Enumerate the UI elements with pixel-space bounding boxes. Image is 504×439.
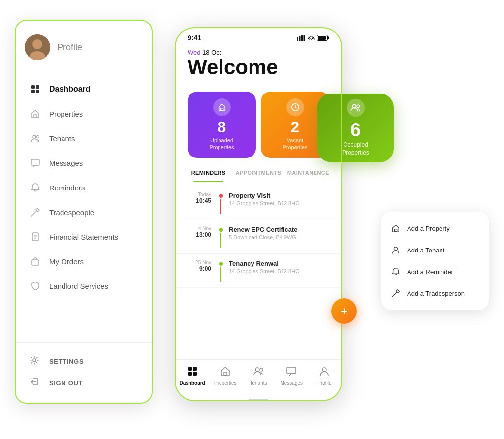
- grid-icon: [30, 83, 41, 95]
- svg-rect-17: [304, 35, 305, 41]
- tabs-row: REMINDERS APPOINTMENTS MAINTANENCE: [176, 164, 341, 182]
- sidebar-item-tradespeople[interactable]: Tradespeople: [20, 200, 148, 224]
- svg-rect-26: [193, 372, 197, 376]
- bottom-nav-tenants[interactable]: Tenants: [242, 364, 275, 388]
- reminders-list: Today 10:45 Property Visit 14 Groggles S…: [176, 182, 341, 359]
- settings-item[interactable]: SETTINGS: [20, 350, 148, 372]
- welcome-section: Wed 18 Oct Welcome: [176, 45, 341, 86]
- sidebar-profile[interactable]: Profile: [15, 34, 153, 72]
- svg-point-29: [260, 368, 263, 371]
- bottom-nav-label: Dashboard: [179, 380, 205, 386]
- reminder-item[interactable]: Today 10:45 Property Visit 14 Groggles S…: [176, 186, 341, 220]
- svg-point-35: [394, 247, 397, 251]
- reminder-date: 4 Nov: [186, 226, 211, 231]
- sidebar-item-financial[interactable]: Financial Statements: [20, 225, 148, 249]
- sidebar-item-label: My Orders: [49, 257, 84, 266]
- svg-rect-34: [394, 229, 397, 232]
- sidebar-item-properties[interactable]: Properties: [20, 102, 148, 125]
- bottom-nav: Dashboard Properties Tenants Messages Pr…: [176, 359, 341, 396]
- tab-appointments[interactable]: APPOINTMENTS: [233, 164, 283, 182]
- svg-rect-4: [36, 85, 39, 89]
- reminder-title: Renew EPC Certificate: [229, 226, 297, 233]
- exit-icon: [30, 377, 41, 389]
- stat-card-uploaded[interactable]: 8 UploadedProperties: [188, 92, 256, 158]
- vacant-label: VacantProperties: [283, 137, 307, 151]
- status-icons: [297, 35, 329, 41]
- reminder-title: Tenancy Renwal: [229, 260, 300, 267]
- sidebar-item-reminders[interactable]: Reminders: [20, 176, 148, 199]
- sidebar-item-orders[interactable]: My Orders: [20, 250, 148, 273]
- add-tenant-item[interactable]: Add a Tenant: [381, 239, 489, 261]
- svg-rect-21: [220, 108, 223, 111]
- reminder-time-value: 9:00: [186, 265, 211, 272]
- reminder-line: [220, 267, 221, 282]
- add-tradesperson-item[interactable]: Add a Tradesperson: [381, 282, 489, 304]
- bottom-nav-label: Messages: [280, 380, 303, 386]
- sidebar-item-dashboard[interactable]: Dashboard: [20, 77, 148, 101]
- svg-point-8: [33, 135, 36, 138]
- gear-icon: [30, 355, 41, 367]
- sidebar-item-messages[interactable]: Messages: [20, 151, 148, 175]
- signout-item[interactable]: SIGN OUT: [20, 372, 148, 394]
- welcome-title: Welcome: [188, 57, 329, 78]
- reminder-item[interactable]: 25 Nov 9:00 Tenancy Renwal 14 Groggles S…: [176, 254, 341, 288]
- profile-nav-icon: [319, 366, 330, 379]
- svg-rect-16: [301, 35, 303, 41]
- bottom-nav-dashboard[interactable]: Dashboard: [176, 364, 209, 388]
- svg-point-13: [33, 359, 36, 362]
- svg-rect-27: [224, 372, 227, 375]
- sidebar-item-label: Properties: [49, 110, 83, 118]
- tab-reminders[interactable]: REMINDERS: [184, 164, 233, 182]
- reminder-time-block: 25 Nov 9:00: [186, 260, 211, 272]
- reminder-line: [220, 233, 221, 248]
- bottom-nav-properties[interactable]: Properties: [209, 364, 242, 388]
- quick-add-panel: Add a Property Add a Tenant Add a Remind…: [381, 212, 489, 310]
- add-reminder-item[interactable]: Add a Reminder: [381, 261, 489, 282]
- person-quick-icon: [390, 245, 401, 255]
- stats-row: 8 UploadedProperties 2 VacantProperties: [176, 86, 341, 164]
- add-property-item[interactable]: Add a Property: [381, 218, 489, 239]
- profile-label: Profile: [57, 42, 82, 53]
- svg-rect-19: [328, 37, 329, 39]
- shield-icon: [30, 280, 41, 292]
- sidebar-item-label: Landlord Services: [49, 282, 108, 290]
- reminder-time-value: 13:00: [186, 231, 211, 238]
- sidebar: Profile Dashboard Properti: [15, 20, 153, 404]
- reminder-time-block: Today 10:45: [186, 192, 211, 204]
- svg-rect-3: [32, 85, 35, 89]
- reminder-body: Renew EPC Certificate 5 Download Close, …: [229, 226, 297, 240]
- bottom-nav-profile[interactable]: Profile: [308, 364, 341, 388]
- phone-content: Wed 18 Oct Welcome 8 UploadedProperties: [176, 45, 341, 359]
- svg-point-28: [255, 368, 259, 372]
- reminder-indicator: [219, 226, 223, 248]
- settings-label: SETTINGS: [49, 358, 84, 365]
- sidebar-item-tenants[interactable]: Tenants: [20, 126, 148, 150]
- vacant-count: 2: [291, 119, 300, 135]
- floating-occupied-card[interactable]: 6 OccupiedProperties: [317, 94, 394, 162]
- status-time: 9:41: [188, 34, 201, 42]
- date-value: 18 Oct: [202, 49, 221, 56]
- reminder-time-block: 4 Nov 13:00: [186, 226, 211, 238]
- svg-rect-23: [188, 367, 192, 371]
- add-reminder-label: Add a Reminder: [407, 268, 453, 276]
- tab-maintenance[interactable]: MAINTANENCE: [284, 164, 333, 182]
- tools-quick-icon: [390, 288, 401, 299]
- add-property-label: Add a Property: [407, 225, 450, 232]
- svg-point-33: [357, 105, 360, 108]
- fab-button[interactable]: +: [331, 298, 357, 324]
- bottom-nav-label: Tenants: [250, 380, 267, 386]
- doc-icon: [30, 231, 41, 243]
- properties-nav-icon: [220, 366, 231, 379]
- reminder-address: 5 Download Close, B4 9WG: [229, 234, 297, 240]
- bell-quick-icon: [390, 266, 401, 277]
- date-text: Wed 18 Oct: [188, 49, 329, 56]
- home-stat-icon: [213, 98, 231, 116]
- reminder-item[interactable]: 4 Nov 13:00 Renew EPC Certificate 5 Down…: [176, 220, 341, 254]
- svg-rect-7: [34, 115, 37, 117]
- svg-rect-25: [188, 372, 192, 376]
- svg-rect-15: [299, 36, 301, 41]
- bottom-nav-label: Properties: [214, 380, 237, 386]
- sidebar-item-landlord[interactable]: Landlord Services: [20, 274, 148, 298]
- bottom-nav-messages[interactable]: Messages: [275, 364, 308, 388]
- reminder-title: Property Visit: [229, 192, 300, 199]
